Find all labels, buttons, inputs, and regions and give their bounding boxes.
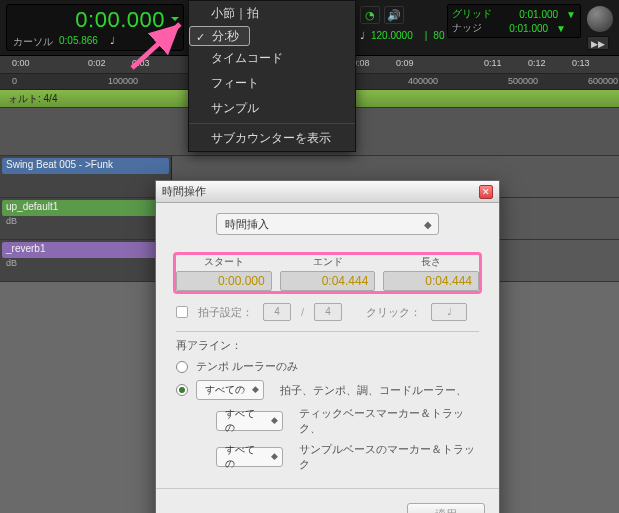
length-field[interactable]: 0:04.444 [383,271,479,291]
scope-select-1[interactable]: すべての◆ [196,380,264,400]
scope-text-1: 拍子、テンポ、調、コードルーラー、 [280,383,467,398]
time-tick: 0:12 [528,58,546,68]
track-header[interactable]: up_default1 dB [0,198,172,239]
note-icon: ♩ [360,30,365,41]
transport-icons: ◔ 🔊 [360,6,404,24]
scope-select-2[interactable]: すべての◆ [216,411,283,431]
tempo-readout: ♩ 120.0000 | 80 [360,30,444,41]
menu-item-show-subcounter[interactable]: サブカウンターを表示 [189,126,355,151]
nudge-value[interactable]: 0:01.000 [490,23,548,34]
main-counter[interactable]: 0:00.000 カーソル 0:05.866 ♩ [6,4,184,51]
track-header[interactable]: _reverb1 dB [0,240,172,281]
scope-text-3: サンプルベースのマーカー＆トラック [299,442,479,472]
track-name[interactable]: up_default1 [2,200,169,216]
time-tick: 0:09 [396,58,414,68]
time-tick: 0:00 [12,58,30,68]
radio-label: テンポ ルーラーのみ [196,359,298,374]
time-operations-dialog: 時間操作 ✕ 時間挿入 ◆ スタート 0:00.000 エンド 0:04.444… [155,180,500,513]
menu-item-bars-beats[interactable]: 小節｜拍 [189,1,355,26]
metronome-icon[interactable]: ◔ [360,6,380,24]
menu-item-samples[interactable]: サンプル [189,96,355,121]
time-tick: 0:02 [88,58,106,68]
counter-format-menu: 小節｜拍 ✓分:秒 タイムコード フィート サンプル サブカウンターを表示 [188,0,356,152]
track-db: dB [2,258,169,268]
radio-all[interactable] [176,384,188,396]
operation-select-value: 時間挿入 [225,217,269,232]
track-db: dB [2,216,169,226]
realign-label: 再アライン： [176,338,479,353]
grid-value[interactable]: 0:01.000 [500,9,558,20]
meter-numerator[interactable]: 4 [263,303,291,321]
track-header[interactable]: Swing Beat 005 - >Funk [0,156,172,197]
end-label: エンド [280,255,376,269]
sample-tick: 0 [12,76,17,86]
end-field[interactable]: 0:04.444 [280,271,376,291]
sample-tick: 500000 [508,76,538,86]
count-off[interactable]: 80 [433,30,444,41]
grid-label[interactable]: グリッド [452,7,492,21]
grid-nudge-panel: グリッド 0:01.000 ▼ ナッジ 0:01.000 ▼ [447,4,581,38]
time-tick: 0:11 [484,58,502,68]
track-name[interactable]: Swing Beat 005 - >Funk [2,158,169,174]
menu-item-timecode[interactable]: タイムコード [189,46,355,71]
start-field[interactable]: 0:00.000 [176,271,272,291]
fast-forward-icon[interactable]: ▶▶ [587,36,609,50]
click-value[interactable]: ♩ [431,303,467,321]
menu-item-min-sec[interactable]: ✓分:秒 [189,26,250,46]
time-tick: 0:13 [572,58,590,68]
start-label: スタート [176,255,272,269]
counter-format-dropdown-icon[interactable] [171,17,179,21]
meter-denominator[interactable]: 4 [314,303,342,321]
meter-label: 拍子設定： [198,305,253,320]
chevron-down-icon: ◆ [424,219,432,230]
cursor-value: 0:05.866 [59,35,98,49]
sample-tick: 400000 [408,76,438,86]
dialog-title: 時間操作 [162,184,206,199]
scope-select-3[interactable]: すべての◆ [216,447,283,467]
sample-tick: 600000 [588,76,618,86]
dialog-titlebar[interactable]: 時間操作 ✕ [156,181,499,203]
main-time: 0:00.000 [13,7,177,33]
menu-item-feet[interactable]: フィート [189,71,355,96]
radio-tempo-ruler-only[interactable] [176,361,188,373]
length-label: 長さ [383,255,479,269]
click-label: クリック： [366,305,421,320]
note-icon: ♩ [110,35,115,49]
operation-select[interactable]: 時間挿入 ◆ [216,213,439,235]
cursor-label: カーソル [13,35,53,49]
time-tick: 0:03 [132,58,150,68]
tempo-value[interactable]: 120.0000 [371,30,413,41]
close-icon[interactable]: ✕ [479,185,493,199]
meter-checkbox[interactable] [176,306,188,318]
speaker-icon[interactable]: 🔊 [384,6,404,24]
scope-text-2: ティックベースマーカー＆トラック、 [299,406,479,436]
apply-button[interactable]: 適用 [407,503,485,513]
nudge-label: ナッジ [452,21,482,35]
track-name[interactable]: _reverb1 [2,242,169,258]
sample-tick: 100000 [108,76,138,86]
jog-wheel[interactable] [587,6,613,32]
